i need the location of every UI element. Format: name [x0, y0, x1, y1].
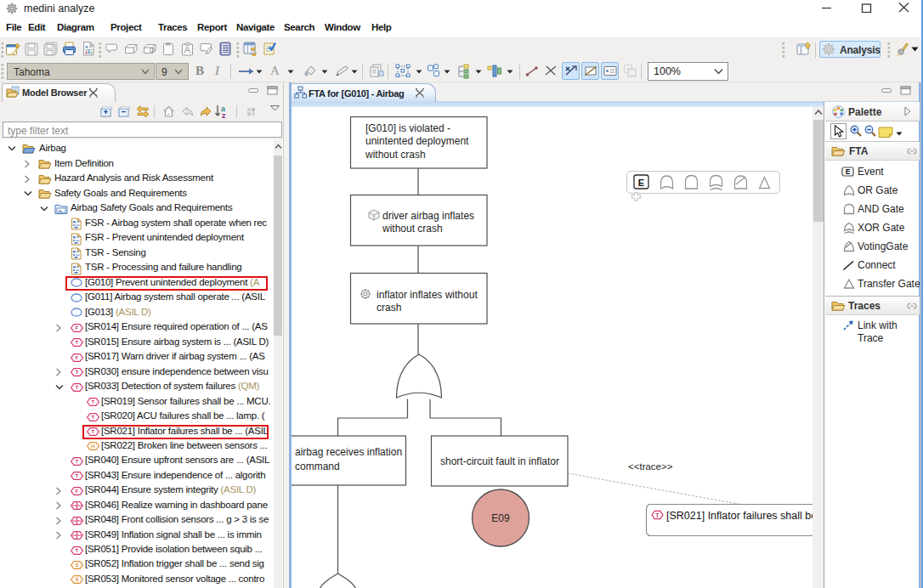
svg-text:F: F — [76, 325, 79, 331]
svg-text:T: T — [76, 369, 79, 375]
svg-text:F: F — [76, 488, 79, 494]
svg-text:inflator inflates without: inflator inflates without — [377, 289, 478, 301]
svg-text:E: E — [638, 178, 644, 188]
svg-text:S: S — [75, 562, 78, 568]
svg-text:without crash: without crash — [365, 149, 426, 161]
svg-text:T: T — [92, 399, 95, 404]
svg-text:E09: E09 — [491, 512, 510, 524]
svg-text:[G010] is violated -: [G010] is violated - — [365, 122, 450, 134]
svg-text:T: T — [76, 472, 79, 478]
svg-text:T: T — [76, 384, 79, 390]
svg-text:z: z — [222, 111, 226, 119]
svg-text:crash: crash — [377, 302, 401, 314]
svg-text:T: T — [76, 339, 79, 345]
svg-text:command: command — [295, 461, 340, 472]
svg-text:[SR021] Inflator failures shal: [SR021] Inflator failures shall be de — [666, 510, 813, 522]
svg-text:driver airbag inflates: driver airbag inflates — [382, 210, 474, 222]
svg-text:E: E — [846, 167, 851, 176]
svg-text:airbag receives inflation: airbag receives inflation — [295, 446, 402, 458]
svg-text:F: F — [76, 354, 79, 360]
svg-text:T: T — [92, 414, 95, 420]
svg-text:S: S — [75, 576, 78, 582]
svg-text:T: T — [655, 512, 660, 518]
svg-text:short-circuit fault in inflato: short-circuit fault in inflator — [440, 455, 559, 467]
svg-text:<<trace>>: <<trace>> — [628, 461, 673, 472]
svg-text:H: H — [91, 443, 95, 449]
svg-text:T: T — [76, 547, 79, 553]
svg-text:T: T — [76, 458, 79, 464]
svg-text:without crash: without crash — [382, 223, 443, 235]
svg-text:unintented deployment: unintented deployment — [365, 135, 469, 147]
